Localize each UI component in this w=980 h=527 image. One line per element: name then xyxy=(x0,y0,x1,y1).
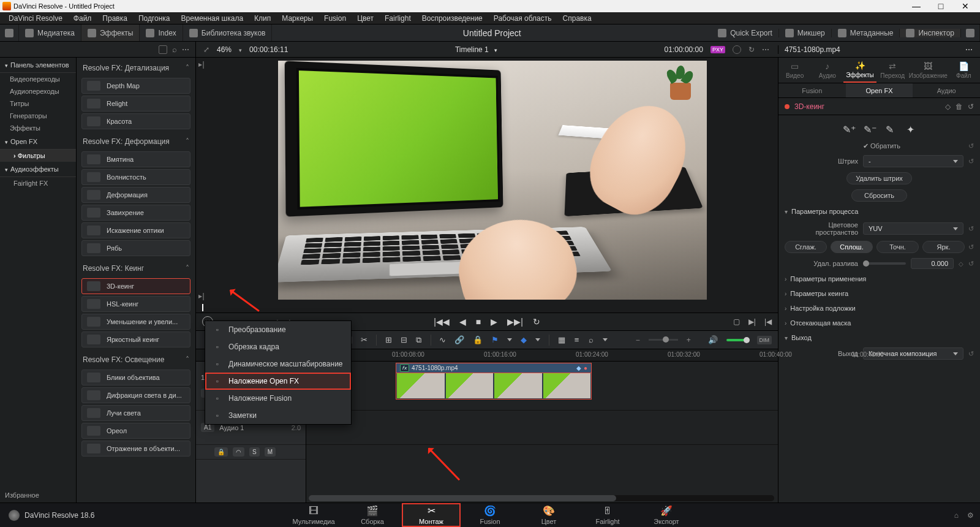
toolbar-media-pool[interactable]: Медиатека xyxy=(19,25,81,41)
play-button[interactable]: ▶ xyxy=(491,317,497,327)
inspector-tab-Изображение[interactable]: 🖼Изображение xyxy=(909,58,948,83)
zoom-in-button[interactable]: + xyxy=(687,336,691,344)
flag-icon[interactable]: ⚑ xyxy=(491,335,499,345)
stop-button[interactable]: ■ xyxy=(476,317,481,327)
toolbar-inspector[interactable]: Инспектор xyxy=(900,29,961,37)
fx-item[interactable]: Отражение в объекти... xyxy=(81,441,190,457)
window-close-button[interactable]: ✕ xyxy=(953,1,978,11)
window-minimize-button[interactable]: — xyxy=(904,1,929,11)
fx-item[interactable]: Дифракция света в ди... xyxy=(81,387,190,403)
inspector-subtab-Аудио[interactable]: Аудио xyxy=(913,83,980,97)
menu-маркеры[interactable]: Маркеры xyxy=(277,13,318,24)
output-reset-icon[interactable]: ↺ xyxy=(968,350,974,358)
menu-fairlight[interactable]: Fairlight xyxy=(380,13,416,24)
loop-button[interactable]: ↻ xyxy=(533,317,540,327)
page-tab-Экспорт[interactable]: 🚀Экспорт xyxy=(637,503,696,527)
a1-mute-button[interactable]: M xyxy=(265,447,276,457)
fx-item[interactable]: Лучи света xyxy=(81,405,190,421)
viewer-zoom[interactable]: 46% xyxy=(217,45,232,54)
fx-group-header[interactable]: Resolve FX: Детализация˄ xyxy=(77,58,195,76)
a1-solo-button[interactable]: S xyxy=(249,447,260,457)
tree-item[interactable]: Генераторы xyxy=(0,110,76,122)
invert-reset-icon[interactable]: ↺ xyxy=(968,142,974,150)
stroke-dropdown[interactable]: - xyxy=(863,155,963,167)
context-dynamic-zoom[interactable]: ▫Динамическое масштабирование xyxy=(205,355,351,373)
inspector-tab-Переход[interactable]: ⇄Переход xyxy=(876,58,909,83)
stroke-reset-icon[interactable]: ↺ xyxy=(968,157,974,165)
flag-dropdown[interactable] xyxy=(507,338,512,341)
eyedropper-sub-icon[interactable]: ✎⁻ xyxy=(864,124,875,135)
eyedropper-icon[interactable]: ✎ xyxy=(884,124,895,135)
viewer-scrubber[interactable] xyxy=(196,303,778,313)
fx-item[interactable]: Вмятина xyxy=(81,151,190,167)
proxy-badge[interactable]: PXY xyxy=(710,46,725,53)
page-tab-Fairlight[interactable]: 🎚Fairlight xyxy=(578,503,637,527)
fx-group-header[interactable]: Resolve FX: Кеинг˄ xyxy=(77,258,195,276)
prev-edit-button[interactable]: ▶| xyxy=(748,317,756,326)
openfx-header[interactable]: Open FX xyxy=(0,134,76,150)
zoom-dropdown-icon[interactable] xyxy=(239,45,242,54)
toolbar-metadata[interactable]: Метаданные xyxy=(832,29,900,37)
timeline-dropdown-icon[interactable] xyxy=(494,45,497,54)
spill-slider[interactable] xyxy=(863,262,906,265)
chroma-mode-0[interactable]: Сглаж. xyxy=(785,241,827,253)
match-frame-icon[interactable]: ▢ xyxy=(733,317,740,326)
fx-item[interactable]: Блики объектива xyxy=(81,370,190,385)
fx-item[interactable]: 3D-кеинг xyxy=(81,278,190,294)
spill-value[interactable]: 0.000 xyxy=(911,258,954,269)
section-output[interactable]: ▾Выход xyxy=(785,330,974,345)
fx-item[interactable]: Завихрение xyxy=(81,205,190,221)
fx-item[interactable]: Искажение оптики xyxy=(81,222,190,238)
menu-клип[interactable]: Клип xyxy=(249,13,276,24)
audio-track-1[interactable] xyxy=(306,411,778,445)
fx-group-header[interactable]: Resolve FX: Освещение˄ xyxy=(77,349,195,368)
go-first-button[interactable]: |◀◀ xyxy=(434,317,450,327)
timeline-viewer[interactable] xyxy=(207,58,778,303)
chroma-mode-1[interactable]: Сплош. xyxy=(831,241,873,253)
fx-item[interactable]: Рябь xyxy=(81,240,190,256)
volume-icon[interactable]: 🔊 xyxy=(708,335,718,345)
video-track-1[interactable]: 𝘧𝘹 4751-1080p.mp4 ◆● xyxy=(306,362,778,411)
context-transform[interactable]: ▫Преобразование xyxy=(205,321,351,338)
panel-layout-icon[interactable] xyxy=(159,45,167,54)
section-garbage[interactable]: ›Отсекающая маска xyxy=(785,316,974,330)
timeline-scrollbar[interactable] xyxy=(309,495,774,501)
toolbar-sound-lib[interactable]: Библиотека звуков xyxy=(183,25,273,41)
a1-curve-icon[interactable]: ◠ xyxy=(233,447,244,457)
fx-enable-dot[interactable] xyxy=(785,104,790,109)
fx-item[interactable]: Яркостный кеинг xyxy=(81,332,190,347)
viewer-options-menu[interactable]: ⋯ xyxy=(762,45,771,54)
toolbar-effects[interactable]: Эффекты xyxy=(81,25,140,41)
step-back-button[interactable]: ◀ xyxy=(459,317,466,327)
menu-правка[interactable]: Правка xyxy=(97,13,132,24)
page-tab-Мультимедиа[interactable]: 🎞Мультимедиа xyxy=(284,503,343,527)
toolbar-mixer[interactable]: Микшер xyxy=(779,29,832,37)
chroma-mode-2[interactable]: Точн. xyxy=(876,241,919,253)
zoom-out-button[interactable]: − xyxy=(636,336,640,344)
page-tab-Цвет[interactable]: 🎨Цвет xyxy=(519,503,578,527)
blade-tool-icon[interactable]: ✂ xyxy=(361,335,368,345)
toolbar-index[interactable]: Index xyxy=(140,25,183,41)
lock-icon[interactable]: 🔒 xyxy=(473,335,483,345)
wand-icon[interactable]: ✦ xyxy=(905,124,916,135)
fx-reset-icon[interactable]: ↺ xyxy=(968,102,974,111)
fx-item[interactable]: Relight xyxy=(81,96,190,112)
fx-keyframe-icon[interactable]: ◇ xyxy=(945,102,951,111)
page-tab-Fusion[interactable]: 🌀Fusion xyxy=(461,503,519,527)
spill-reset-icon[interactable]: ↺ xyxy=(968,260,974,268)
project-settings-icon[interactable]: ⚙ xyxy=(967,511,974,520)
bypass-fx-icon[interactable] xyxy=(733,45,741,54)
a1-lock-icon[interactable]: 🔒 xyxy=(214,447,228,457)
delete-stroke-button[interactable]: Удалить штрих xyxy=(846,172,912,184)
colorspace-reset-icon[interactable]: ↺ xyxy=(968,225,974,233)
inspector-tab-Эффекты[interactable]: ✨Эффекты xyxy=(843,58,876,83)
inspector-subtab-Fusion[interactable]: Fusion xyxy=(778,83,846,97)
fx-item[interactable]: Ореол xyxy=(81,423,190,439)
colorspace-dropdown[interactable]: YUV xyxy=(863,222,963,235)
chroma-reset-icon[interactable]: ↺ xyxy=(968,243,974,251)
section-apply[interactable]: ›Параметры применения xyxy=(785,271,974,286)
effects-options-menu[interactable]: ⋯ xyxy=(182,45,190,54)
next-edit-button[interactable]: |◀ xyxy=(764,317,772,326)
source-timecode[interactable]: 00:00:16:11 xyxy=(249,45,288,54)
menu-справка[interactable]: Справка xyxy=(558,13,597,24)
